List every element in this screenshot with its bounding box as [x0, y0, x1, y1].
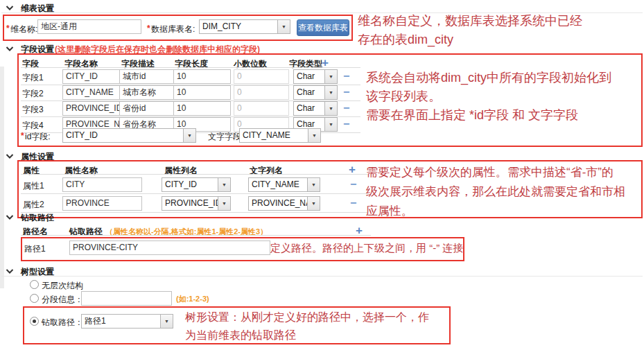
row-separator: [21, 193, 367, 194]
col-header-field-dec: 小数位数: [234, 58, 267, 70]
field-table-row: 字段2 CITY_NAME 城市名称 10 0 Char ▼ −: [21, 85, 367, 100]
field-desc-input[interactable]: 城市id: [119, 69, 180, 84]
field-decimals-input: 0: [234, 69, 289, 84]
field-type-value: Char: [297, 119, 315, 129]
id-field-label: id字段:: [25, 131, 51, 143]
radio-segment-info-label: 分段信息：: [42, 294, 83, 306]
field-name-input[interactable]: CITY_NAME: [62, 85, 121, 100]
required-mark: *: [21, 131, 24, 141]
id-field-value: CITY_ID: [66, 130, 98, 140]
segment-info-input[interactable]: [81, 291, 172, 306]
attr-col-value: PROVINCE_ID: [165, 198, 221, 208]
segment-info-hint: (如:1-2-3): [176, 294, 209, 304]
attr-row-label: 属性2: [23, 199, 44, 211]
dropdown-arrow-icon[interactable]: ▼: [277, 20, 290, 33]
attr-table-row: 属性1 CITY CITY_ID ▼ CITY_NAME ▼ −: [21, 177, 374, 193]
attr-name-input[interactable]: PROVINCE: [62, 196, 142, 211]
dropdown-arrow-icon[interactable]: ▼: [324, 102, 337, 115]
field-desc-input[interactable]: 省份id: [119, 101, 180, 116]
remove-attr-button[interactable]: −: [350, 198, 356, 209]
field-length-input[interactable]: 10: [173, 101, 231, 116]
remove-field-button[interactable]: −: [343, 87, 349, 98]
col-header-field-name: 字段名称: [64, 58, 98, 70]
drill-path-value: 路径1: [85, 316, 106, 326]
field-row-label: 字段4: [22, 120, 44, 132]
remove-field-button[interactable]: −: [343, 103, 349, 114]
field-type-select[interactable]: Char ▼: [293, 85, 338, 100]
radio-drill-path-label: 钻取路径：: [42, 317, 83, 329]
required-mark: *: [6, 24, 10, 33]
radio-segment-info[interactable]: [30, 294, 39, 303]
field-type-value: Char: [297, 87, 315, 97]
field-name-input[interactable]: CITY_ID: [62, 69, 121, 84]
dropdown-arrow-icon[interactable]: ▼: [324, 118, 337, 131]
view-db-table-button[interactable]: 查看数据库表: [297, 19, 349, 36]
dropdown-arrow-icon[interactable]: ▼: [307, 178, 320, 191]
dropdown-arrow-icon[interactable]: ▼: [160, 315, 173, 328]
attr-col-value: CITY_ID: [165, 180, 197, 189]
field-type-select[interactable]: Char ▼: [293, 69, 338, 84]
col-header-attr: 属性: [23, 165, 40, 177]
col-header-attr-name: 属性名称: [64, 165, 98, 177]
field-table-row: 字段3 PROVINCE_ID 省份id 10 0 Char ▼ −: [21, 101, 367, 116]
annotation-tree-line2: 为当前维表的钻取路径: [185, 329, 296, 343]
collapse-chevron-icon[interactable]: [6, 153, 14, 159]
dropdown-arrow-icon[interactable]: ▼: [324, 70, 337, 83]
col-header-field-type: 字段类型: [289, 58, 322, 70]
annotation-fields-line2: 该字段列表。: [366, 88, 441, 105]
remove-field-button[interactable]: −: [343, 119, 349, 130]
attr-col-select[interactable]: PROVINCE_ID ▼: [162, 196, 231, 211]
dropdown-arrow-icon[interactable]: ▼: [218, 197, 230, 210]
remove-field-button[interactable]: −: [343, 71, 349, 82]
required-mark: *: [147, 24, 150, 33]
text-field-select[interactable]: CITY_NAME ▼: [239, 128, 321, 143]
attr-name-input[interactable]: CITY: [62, 177, 142, 192]
field-type-select[interactable]: Char ▼: [293, 101, 338, 116]
attr-text-col-select[interactable]: CITY_NAME ▼: [248, 177, 320, 192]
radio-drill-path[interactable]: [30, 317, 39, 326]
field-length-input[interactable]: 10: [173, 85, 231, 100]
attr-col-select[interactable]: CITY_ID ▼: [162, 177, 231, 192]
field-decimals-input: 0: [234, 85, 289, 100]
dropdown-arrow-icon[interactable]: ▼: [308, 129, 320, 142]
dropdown-arrow-icon[interactable]: ▼: [324, 86, 337, 99]
dropdown-arrow-icon[interactable]: ▼: [183, 129, 195, 142]
col-header-field: 字段: [22, 58, 39, 70]
attr-text-col-select[interactable]: PROVINCE_NAME ▼: [248, 196, 320, 211]
field-type-value: Char: [297, 103, 315, 113]
field-table-row: 字段1 CITY_ID 城市id 10 0 Char ▼ −: [21, 69, 367, 85]
collapse-chevron-icon[interactable]: [6, 46, 14, 52]
dropdown-arrow-icon[interactable]: ▼: [218, 178, 230, 191]
dim-name-input[interactable]: 地区-通用: [37, 19, 141, 34]
radio-no-hierarchy[interactable]: [30, 280, 39, 289]
field-desc-input[interactable]: 城市名称: [119, 85, 180, 100]
col-header-field-desc: 字段描述: [121, 58, 155, 70]
annotation-attrs-line3: 应属性。: [366, 203, 413, 219]
field-length-input[interactable]: 10: [173, 69, 231, 84]
field-type-value: Char: [297, 71, 315, 81]
annotation-attrs-line1: 需要定义每个级次的属性。需求中描述“省-市”的: [366, 164, 613, 180]
field-decimals-input: 0: [234, 101, 289, 116]
dimension-table-settings-page: 维表设置 * 维名称: 地区-通用 * 数据库表名: DIM_CITY ▼ 查看…: [0, 0, 644, 350]
dropdown-arrow-icon[interactable]: ▼: [307, 197, 320, 210]
collapse-chevron-icon[interactable]: [6, 5, 14, 11]
collapse-chevron-icon[interactable]: [6, 214, 14, 220]
collapse-chevron-icon[interactable]: [6, 268, 14, 274]
remove-attr-button[interactable]: −: [350, 179, 356, 190]
annotation-attrs-line2: 级次展示维表内容，那么在此处就需要定省和市相: [366, 184, 625, 200]
path-input[interactable]: PROVINCE-CITY: [69, 240, 270, 255]
drill-path-select[interactable]: 路径1 ▼: [81, 314, 173, 329]
id-field-select[interactable]: CITY_ID ▼: [62, 128, 196, 143]
dim-name-label: 维名称:: [10, 24, 37, 35]
col-header-path-name: 路径名: [23, 226, 48, 238]
db-table-select[interactable]: DIM_CITY ▼: [199, 19, 290, 34]
section-title-path: 钻取路径: [21, 212, 54, 224]
annotation-dim-line1: 维名称自定义，数据库表选择系统中已经: [358, 12, 582, 29]
db-table-label: 数据库表名:: [151, 24, 195, 35]
col-header-attr-text: 文字列名: [250, 165, 283, 177]
annotation-path: 定义路径。路径的上下级之间，用 “-” 连接: [270, 242, 463, 255]
field-name-input[interactable]: PROVINCE_ID: [62, 101, 121, 116]
path-row-label: 路径1: [24, 243, 46, 255]
col-header-attr-col: 属性列名: [164, 165, 198, 177]
section-divider: [1, 276, 643, 277]
